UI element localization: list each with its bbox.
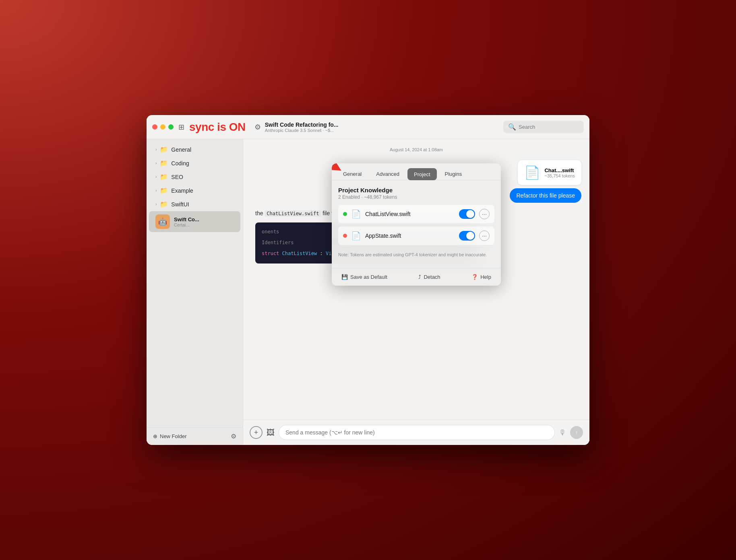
code-comment-2: Identifiers [262, 240, 294, 245]
more-button-1[interactable]: ··· [479, 209, 490, 219]
folder-icon: 📁 [160, 146, 168, 153]
project-knowledge-header: Project Knowledge 2 Enabled · ~48,967 to… [338, 187, 494, 200]
user-message-bubble: Refactor this file please [510, 188, 581, 203]
input-bar: + 🖼 🎙 ↑ [243, 420, 589, 445]
date-label: August 14, 2024 at 1:08am [251, 147, 581, 152]
detach-button[interactable]: ⤴ Detach [415, 272, 443, 282]
ki-filename-1: ChatListView.swift [365, 211, 455, 217]
struct-colon: : [320, 251, 326, 256]
sidebar-items-list: › 📁 General › 📁 Coding › 📁 SEO › 📁 [147, 139, 243, 427]
attach-button[interactable]: + [250, 426, 263, 439]
title-text-block: Swift Code Refactoring fo... Anthropic C… [265, 121, 339, 133]
tab-plugins[interactable]: Plugins [438, 168, 469, 180]
popup-footer: 💾 Save as Default ⤴ Detach ❓ Help [332, 268, 501, 286]
pk-subtitle: 2 Enabled · ~48,967 tokens [338, 194, 494, 200]
popup-note: Note: Tokens are estimated using GPT-4 t… [338, 248, 494, 261]
folder-icon: 📁 [160, 159, 168, 167]
send-button[interactable]: ↑ [570, 426, 583, 439]
sidebar-item-label: SwiftUI [171, 201, 234, 208]
help-button[interactable]: ❓ Help [468, 272, 494, 282]
file-tokens: ~35,754 tokens [544, 173, 575, 178]
sidebar-item-label: Coding [171, 160, 234, 167]
file-attachment: 📄 Chat....swift ~35,754 tokens [518, 160, 581, 185]
tab-general[interactable]: General [337, 168, 368, 180]
search-input[interactable] [519, 124, 579, 130]
struct-name: ChatListView [282, 251, 317, 256]
pk-title: Project Knowledge [338, 187, 494, 194]
toggle-appstate[interactable] [459, 231, 475, 241]
popup-tabs: General Advanced Project Plugins [332, 163, 501, 180]
ki-filename-2: AppState.swift [365, 233, 455, 239]
main-content: › 📁 General › 📁 Coding › 📁 SEO › 📁 [147, 139, 589, 445]
folder-icon: 📁 [160, 173, 168, 181]
plus-circle-icon: ⊕ [153, 433, 157, 439]
active-item-text: Swift Co... Certai... [174, 216, 199, 227]
active-chat-sub: Certai... [174, 222, 199, 227]
detach-icon: ⤴ [418, 274, 421, 280]
sidebar-item-swiftui[interactable]: › 📁 SwiftUI [149, 198, 240, 211]
chat-title: Swift Code Refactoring fo... [265, 121, 339, 128]
popup-content: Project Knowledge 2 Enabled · ~48,967 to… [332, 180, 501, 268]
settings-popup: General Advanced Project Plugins Project… [332, 163, 501, 286]
sidebar-item-general[interactable]: › 📁 General [149, 143, 240, 156]
chat-area: August 14, 2024 at 1:08am 📄 Chat....swif… [243, 139, 589, 445]
sidebar-item-label: General [171, 146, 234, 153]
tab-project[interactable]: Project [407, 168, 436, 180]
code-inline-filename: ChatListView.swift [265, 210, 321, 217]
titlebar-center: ⚙ Swift Code Refactoring fo... Anthropic… [250, 121, 498, 133]
audio-icon[interactable]: 🎙 [559, 428, 566, 437]
message-input[interactable] [279, 425, 555, 440]
status-dot-red [343, 234, 347, 238]
file-name: Chat....swift [544, 167, 575, 173]
traffic-lights [152, 124, 174, 130]
tab-advanced[interactable]: Advanced [370, 168, 406, 180]
help-label: Help [480, 274, 491, 280]
swift-icon-2: 📄 [351, 231, 361, 241]
maximize-button[interactable] [168, 124, 174, 130]
search-bar[interactable]: 🔍 [503, 121, 584, 133]
detach-label: Detach [424, 274, 440, 280]
active-chat-title: Swift Co... [174, 216, 199, 222]
sidebar-footer: ⊕ New Folder ⚙ [147, 427, 243, 445]
app-window: ⊞ sync is ON ⚙ Swift Code Refactoring fo… [147, 115, 589, 445]
active-chat-item[interactable]: 🤖 Swift Co... Certai... [149, 211, 240, 232]
image-button[interactable]: 🖼 [267, 428, 275, 437]
more-button-2[interactable]: ··· [479, 231, 490, 241]
status-dot-green [343, 212, 347, 216]
chevron-right-icon: › [155, 188, 157, 193]
chevron-right-icon: › [155, 161, 157, 165]
sidebar-item-example[interactable]: › 📁 Example [149, 184, 240, 197]
chevron-right-icon: › [155, 202, 157, 206]
save-icon: 💾 [341, 274, 348, 280]
anthropic-icon: 🤖 [155, 214, 170, 229]
user-message-text: Refactor this file please [516, 192, 575, 199]
sync-status-label: sync is ON [189, 121, 246, 134]
swift-file-icon: 📄 [524, 165, 540, 180]
toggle-chatlistview[interactable] [459, 209, 475, 219]
swift-icon-1: 📄 [351, 209, 361, 219]
chevron-right-icon: › [155, 147, 157, 152]
settings-gear-icon[interactable]: ⚙ [231, 432, 236, 440]
chat-subtitle: Anthropic Claude 3.5 Sonnet · ~$... [265, 128, 339, 133]
titlebar: ⊞ sync is ON ⚙ Swift Code Refactoring fo… [147, 115, 589, 139]
knowledge-item-appstate: 📄 AppState.swift ··· [338, 226, 494, 245]
new-folder-button[interactable]: ⊕ New Folder [153, 433, 186, 439]
sidebar-item-label: Example [171, 187, 234, 194]
file-info: Chat....swift ~35,754 tokens [544, 167, 575, 178]
sidebar-item-seo[interactable]: › 📁 SEO [149, 170, 240, 183]
sidebar: › 📁 General › 📁 Coding › 📁 SEO › 📁 [147, 139, 243, 445]
sidebar-item-coding[interactable]: › 📁 Coding [149, 156, 240, 170]
chevron-right-icon: › [155, 175, 157, 179]
code-comment-1: onents [262, 229, 279, 235]
assistant-text-prefix: the [255, 210, 263, 216]
sliders-icon[interactable]: ⚙ [254, 123, 261, 132]
sidebar-toggle-icon[interactable]: ⊞ [178, 123, 184, 132]
new-folder-label: New Folder [160, 433, 186, 439]
struct-keyword: struct [262, 251, 282, 256]
search-icon: 🔍 [508, 123, 516, 131]
sidebar-item-label: SEO [171, 174, 234, 180]
folder-icon: 📁 [160, 187, 168, 194]
save-default-button[interactable]: 💾 Save as Default [338, 272, 391, 282]
close-button[interactable] [152, 124, 157, 130]
minimize-button[interactable] [160, 124, 165, 130]
